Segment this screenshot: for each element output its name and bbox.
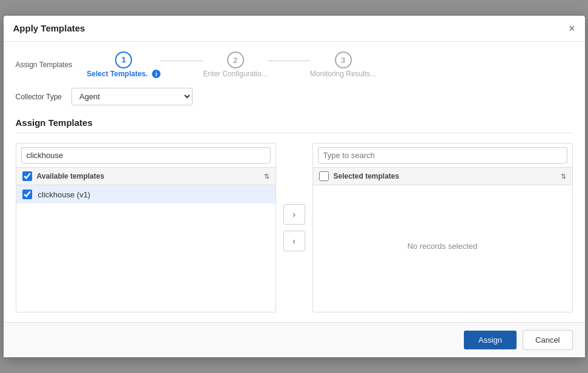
modal-title: Apply Templates <box>13 23 85 33</box>
stepper-row: Assign Templates 1 Select Templates. i <box>16 51 573 79</box>
step-2[interactable]: 2 Enter Configuratio... <box>203 51 268 78</box>
assign-button[interactable]: Assign <box>464 331 517 349</box>
template-item-label-clickhouse: clickhouse (v1) <box>38 190 91 199</box>
info-icon[interactable]: i <box>152 70 160 78</box>
modal-body: Assign Templates 1 Select Templates. i <box>4 42 585 323</box>
collector-type-select[interactable]: Agent Agentless SNMP <box>71 88 193 105</box>
stepper-label: Assign Templates <box>16 61 73 69</box>
backward-icon: ‹ <box>292 236 296 246</box>
close-button[interactable]: × <box>569 23 575 34</box>
cancel-button[interactable]: Cancel <box>523 330 572 350</box>
selected-sort-icon[interactable]: ⇅ <box>561 173 566 180</box>
step-2-circle: 2 <box>227 51 244 68</box>
step-2-text: Enter Configuratio... <box>203 70 268 78</box>
transfer-forward-button[interactable]: › <box>283 204 305 225</box>
step-3-circle: 3 <box>335 51 352 68</box>
template-item-clickhouse[interactable]: clickhouse (v1) <box>16 185 276 203</box>
available-templates-header-label: Available templates <box>37 172 259 180</box>
selected-panel-header: Selected templates ⇅ <box>313 168 572 185</box>
modal-header: Apply Templates × <box>4 16 585 42</box>
collector-type-label: Collector Type <box>16 93 62 101</box>
step-3-text: Monitoring Results... <box>310 70 376 78</box>
apply-templates-modal: Apply Templates × Assign Templates 1 Sel… <box>4 16 585 358</box>
stepper: 1 Select Templates. i 2 Enter Configurat… <box>87 51 376 79</box>
step-line-1 <box>160 61 203 61</box>
available-search-input[interactable] <box>21 147 271 163</box>
assign-templates-section-title: Assign Templates <box>16 117 573 133</box>
available-templates-panel: Available templates ⇅ clickhouse (v1) <box>16 143 276 312</box>
select-all-selected-checkbox[interactable] <box>319 171 329 181</box>
transfer-container: Available templates ⇅ clickhouse (v1) › … <box>16 143 573 312</box>
step-1[interactable]: 1 Select Templates. i <box>87 51 160 79</box>
no-records-message: No records selected <box>313 185 572 306</box>
template-item-checkbox-clickhouse[interactable] <box>22 190 32 199</box>
available-search-row <box>16 144 276 168</box>
step-1-circle: 1 <box>115 51 132 68</box>
available-sort-icon[interactable]: ⇅ <box>264 173 269 180</box>
modal-footer: Assign Cancel <box>4 322 585 357</box>
step-1-text: Select Templates. i <box>87 70 160 79</box>
forward-icon: › <box>292 210 296 219</box>
selected-templates-header-label: Selected templates <box>334 172 556 180</box>
selected-search-input[interactable] <box>318 147 567 163</box>
step-3[interactable]: 3 Monitoring Results... <box>310 51 376 78</box>
step-line-2 <box>268 61 310 61</box>
select-all-available-checkbox[interactable] <box>22 171 32 181</box>
available-panel-header: Available templates ⇅ <box>16 168 276 185</box>
transfer-buttons: › ‹ <box>276 143 312 312</box>
collector-row: Collector Type Agent Agentless SNMP <box>16 88 573 105</box>
selected-templates-panel: Selected templates ⇅ No records selected <box>312 143 573 312</box>
selected-search-row <box>313 144 572 168</box>
transfer-backward-button[interactable]: ‹ <box>283 231 305 251</box>
